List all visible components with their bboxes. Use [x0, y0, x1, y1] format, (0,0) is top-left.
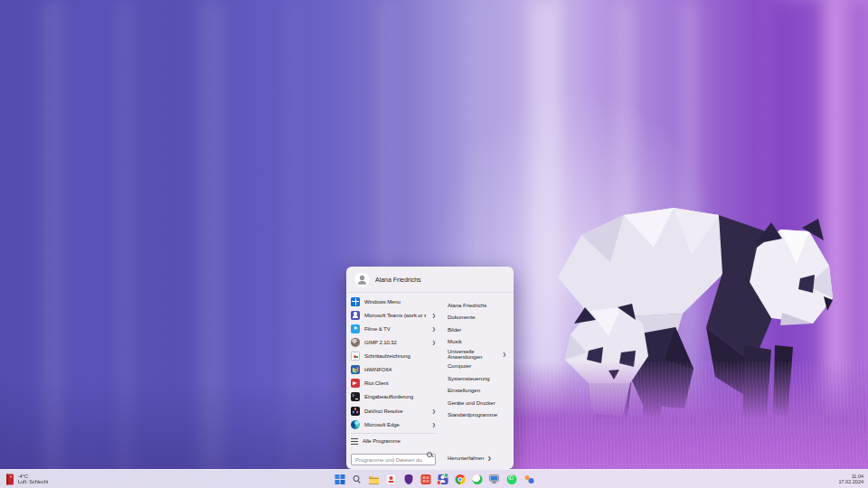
purple-app-icon — [404, 474, 412, 484]
media-app-icon — [386, 474, 397, 485]
search-input[interactable] — [351, 454, 436, 465]
teams-icon — [438, 474, 448, 484]
menu-item-einstellungen[interactable]: Einstellungen — [448, 385, 506, 398]
start-menu-places-list: Alana Friedrichs Dokumente Bilder Musik … — [440, 293, 514, 469]
menu-item-eingabeaufforderung[interactable]: Eingabeaufforderung — [346, 390, 440, 404]
menu-item-dokumente[interactable]: Dokumente — [448, 312, 506, 324]
menu-item-geraete-und-drucker[interactable]: Geräte und Drucker — [448, 397, 506, 409]
menu-separator — [351, 433, 436, 434]
file-explorer-button[interactable] — [369, 474, 380, 484]
tiles-app-icon — [420, 474, 430, 484]
taskbar-clock[interactable]: 11:04 17.02.2024 — [838, 470, 863, 488]
windows-logo-icon — [335, 474, 344, 484]
menu-item-riot-client[interactable]: Riot Client — [346, 377, 440, 390]
weather-alert-icon — [5, 474, 14, 485]
menu-item-windows-menu[interactable]: Windows Menu — [346, 295, 440, 308]
taskbar: -4°C Luft: Schlecht — [0, 469, 868, 488]
search-icon — [353, 474, 362, 483]
movies-tv-icon — [351, 324, 360, 333]
start-menu-user-header[interactable]: Alana Friedrichs — [346, 267, 514, 293]
steps-recorder-icon — [351, 352, 360, 361]
menu-item-musik[interactable]: Musik — [448, 336, 506, 349]
notification-dot — [437, 480, 442, 485]
all-programs-button[interactable]: Alle Programme — [346, 436, 440, 446]
search-button[interactable] — [352, 474, 363, 484]
folder-icon — [369, 474, 380, 484]
purple-app-button[interactable] — [403, 474, 414, 484]
taskbar-icons — [335, 470, 534, 488]
whatsapp-button[interactable] — [506, 474, 517, 484]
search-box — [351, 449, 436, 466]
status-online-dot — [444, 473, 449, 478]
davinci-resolve-icon — [351, 407, 360, 416]
menu-item-filme-tv[interactable]: Filme & TV — [346, 322, 440, 335]
green-app-button[interactable] — [472, 474, 483, 484]
teams-icon — [351, 311, 360, 320]
people-app-icon — [524, 474, 533, 484]
monitor-icon — [489, 474, 500, 484]
weather-widget[interactable]: -4°C Luft: Schlecht — [3, 470, 51, 488]
weather-air-quality: Luft: Schlecht — [18, 479, 48, 485]
menu-item-schrittaufzeichnung[interactable]: Schrittaufzeichnung — [346, 350, 440, 363]
menu-item-user-folder[interactable]: Alana Friedrichs — [448, 299, 506, 312]
menu-item-davinci-resolve[interactable]: DaVinci Resolve — [346, 404, 440, 418]
riot-client-icon — [351, 379, 360, 388]
list-icon — [351, 438, 358, 445]
monitor-app-button[interactable] — [489, 474, 500, 484]
start-menu-program-list: Windows Menu Microsoft Teams (work or sc… — [346, 293, 440, 469]
menu-item-standardprogramme[interactable]: Standardprogramme — [448, 409, 506, 422]
tiles-app-button[interactable] — [420, 474, 431, 484]
user-name: Alana Friedrichs — [375, 277, 421, 283]
user-avatar-icon — [354, 272, 370, 287]
chrome-button[interactable] — [455, 474, 466, 484]
menu-item-microsoft-teams[interactable]: Microsoft Teams (work or school) — [346, 308, 440, 322]
menu-item-gimp[interactable]: GIMP 2.10.32 — [346, 335, 440, 349]
media-app-button[interactable] — [386, 474, 397, 484]
chrome-icon — [455, 474, 465, 484]
menu-item-universelle-anwendungen[interactable]: Universelle Anwendungen — [448, 348, 506, 361]
menu-item-computer[interactable]: Computer — [448, 361, 506, 373]
windows-menu-icon — [351, 297, 360, 306]
start-menu: Alana Friedrichs Windows Menu Microsoft … — [346, 267, 514, 469]
hwinfo-icon — [351, 365, 360, 374]
menu-item-hwinfo64[interactable]: HWiNFO64 — [346, 363, 440, 377]
green-app-icon — [472, 474, 482, 484]
menu-item-bilder[interactable]: Bilder — [448, 324, 506, 336]
clock-date: 17.02.2024 — [838, 479, 863, 485]
people-app-button[interactable] — [524, 474, 534, 484]
edge-icon — [351, 420, 360, 429]
menu-item-systemsteuerung[interactable]: Systemsteuerung — [448, 372, 506, 385]
search-icon — [427, 452, 433, 458]
command-prompt-icon — [351, 392, 360, 401]
whatsapp-icon — [506, 474, 516, 484]
teams-button[interactable] — [438, 474, 448, 484]
start-button[interactable] — [335, 474, 345, 484]
gimp-icon — [351, 338, 360, 347]
shutdown-button[interactable]: Herunterfahren — [448, 452, 506, 464]
menu-item-microsoft-edge[interactable]: Microsoft Edge — [346, 418, 440, 431]
